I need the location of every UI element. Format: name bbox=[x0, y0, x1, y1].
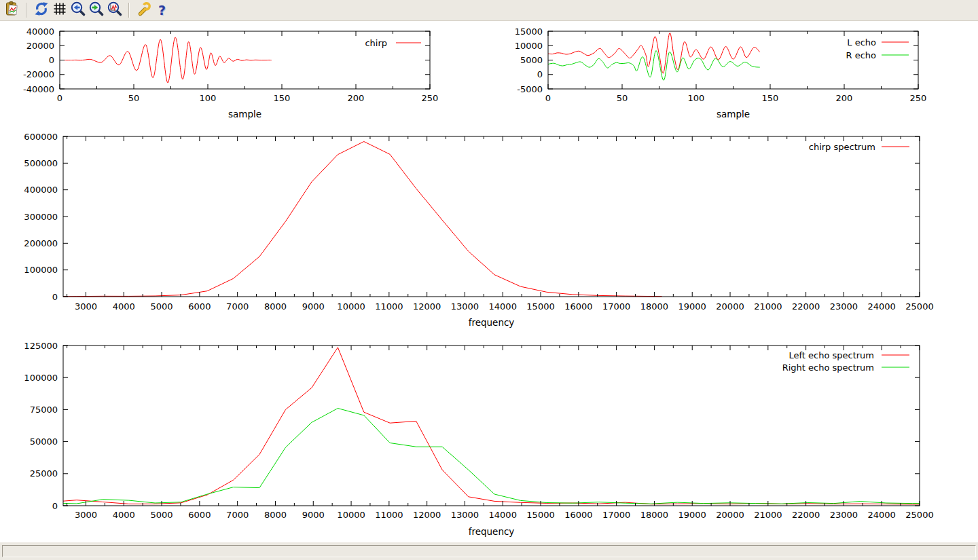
replot-button[interactable] bbox=[32, 1, 50, 19]
legend-label: chirp bbox=[365, 38, 387, 48]
y-tick-label: -5000 bbox=[517, 84, 543, 94]
series-r-echo bbox=[548, 50, 760, 80]
x-tick-label: 14000 bbox=[489, 301, 517, 312]
x-tick-label: 20000 bbox=[716, 301, 744, 312]
x-tick-label: 9000 bbox=[302, 510, 325, 520]
x-tick-label: 6000 bbox=[188, 301, 211, 312]
legend-label: Right echo spectrum bbox=[782, 362, 874, 373]
x-tick-label: 6000 bbox=[188, 510, 211, 520]
y-tick-label: -20000 bbox=[23, 69, 54, 79]
y-tick-label: 400000 bbox=[24, 185, 58, 195]
x-axis-title: sample bbox=[717, 109, 750, 119]
x-tick-label: 5000 bbox=[151, 301, 173, 312]
y-tick-label: 75000 bbox=[30, 405, 58, 415]
x-tick-label: 13000 bbox=[451, 510, 479, 520]
legend-label: chirp spectrum bbox=[809, 142, 875, 152]
legend-label: R echo bbox=[846, 50, 876, 60]
plot-chirp-spectrum[interactable]: 3000400050006000700080009000100001100012… bbox=[24, 132, 933, 329]
toolbar-separator bbox=[128, 3, 130, 18]
help-button[interactable]: ? bbox=[153, 1, 171, 19]
x-tick-label: 22000 bbox=[792, 301, 820, 312]
plot-echo-spectra[interactable]: 3000400050006000700080009000100001100012… bbox=[24, 341, 933, 538]
y-tick-label: 50000 bbox=[30, 436, 58, 447]
x-tick-label: 17000 bbox=[602, 301, 630, 312]
x-tick-label: 3000 bbox=[75, 510, 97, 520]
y-tick-label: 10000 bbox=[515, 41, 543, 51]
y-tick-label: 40000 bbox=[26, 26, 54, 37]
x-tick-label: 22000 bbox=[792, 510, 820, 520]
x-tick-label: 150 bbox=[274, 93, 291, 103]
x-tick-label: 7000 bbox=[226, 301, 249, 312]
x-tick-label: 16000 bbox=[564, 510, 592, 520]
legend-label: L echo bbox=[847, 37, 876, 48]
zoom-previous-icon bbox=[70, 1, 86, 20]
plot-canvas[interactable]: 050100150200250-40000-2000002000040000sa… bbox=[0, 21, 978, 542]
x-tick-label: 100 bbox=[200, 93, 217, 103]
x-tick-label: 8000 bbox=[264, 510, 287, 520]
help-icon: ? bbox=[158, 3, 166, 18]
y-tick-label: 25000 bbox=[30, 468, 58, 479]
y-tick-label: 0 bbox=[52, 501, 58, 511]
plot-border bbox=[63, 136, 920, 297]
x-tick-label: 18000 bbox=[640, 301, 668, 312]
x-tick-label: 16000 bbox=[564, 301, 592, 312]
x-axis-title: sample bbox=[228, 109, 261, 119]
plot-chirp-waveform[interactable]: 050100150200250-40000-2000002000040000sa… bbox=[23, 26, 438, 120]
x-tick-label: 21000 bbox=[754, 301, 782, 312]
plots-svg[interactable]: 050100150200250-40000-2000002000040000sa… bbox=[0, 21, 978, 542]
x-tick-label: 50 bbox=[617, 93, 628, 103]
status-bar bbox=[0, 542, 978, 560]
autoscale-button[interactable] bbox=[105, 1, 124, 19]
series-right-echo-spectrum bbox=[63, 409, 920, 504]
x-tick-label: 10000 bbox=[337, 301, 365, 312]
replot-icon bbox=[33, 1, 50, 20]
y-tick-label: 200000 bbox=[24, 238, 58, 248]
y-tick-label: 100000 bbox=[24, 265, 58, 275]
x-tick-label: 9000 bbox=[302, 301, 325, 312]
x-tick-label: 8000 bbox=[264, 301, 287, 312]
x-axis-title: frequency bbox=[469, 317, 515, 328]
x-tick-label: 50 bbox=[128, 93, 140, 103]
zoom-previous-button[interactable] bbox=[69, 1, 87, 19]
x-tick-label: 12000 bbox=[413, 301, 441, 312]
x-tick-label: 24000 bbox=[868, 510, 896, 520]
x-tick-label: 20000 bbox=[716, 510, 744, 520]
x-tick-label: 17000 bbox=[602, 510, 630, 520]
x-tick-label: 11000 bbox=[375, 301, 403, 312]
x-tick-label: 25000 bbox=[905, 301, 933, 312]
y-tick-label: 300000 bbox=[24, 212, 58, 222]
x-tick-label: 25000 bbox=[905, 510, 933, 520]
y-tick-label: 20000 bbox=[26, 41, 54, 51]
copy-plot-button[interactable] bbox=[3, 1, 21, 19]
zoom-next-button[interactable] bbox=[87, 1, 105, 19]
toolbar: ? bbox=[0, 0, 978, 21]
series-l-echo bbox=[548, 33, 760, 73]
legend-label: Left echo spectrum bbox=[789, 350, 874, 360]
zoom-next-icon bbox=[88, 1, 105, 20]
y-tick-label: 600000 bbox=[24, 132, 58, 142]
x-tick-label: 23000 bbox=[830, 301, 858, 312]
grid-button[interactable] bbox=[50, 1, 69, 19]
x-tick-label: 21000 bbox=[754, 510, 782, 520]
x-tick-label: 3000 bbox=[75, 301, 97, 312]
x-tick-label: 19000 bbox=[678, 510, 706, 520]
y-tick-label: -40000 bbox=[23, 84, 54, 94]
x-tick-label: 4000 bbox=[113, 301, 135, 312]
configure-button[interactable] bbox=[134, 1, 153, 19]
y-tick-label: 15000 bbox=[515, 26, 543, 37]
x-tick-label: 15000 bbox=[526, 510, 554, 520]
y-tick-label: 100000 bbox=[24, 373, 58, 383]
y-tick-label: 500000 bbox=[24, 158, 58, 168]
y-tick-label: 0 bbox=[49, 55, 54, 65]
toolbar-separator bbox=[26, 3, 27, 18]
configure-icon bbox=[136, 1, 152, 20]
x-tick-label: 4000 bbox=[113, 510, 135, 520]
y-tick-label: 125000 bbox=[24, 341, 58, 351]
grid-icon bbox=[52, 1, 68, 20]
x-tick-label: 23000 bbox=[830, 510, 858, 520]
x-tick-label: 5000 bbox=[151, 510, 173, 520]
x-tick-label: 15000 bbox=[526, 301, 554, 312]
y-tick-label: 0 bbox=[537, 69, 543, 79]
plot-echo-waveforms[interactable]: 050100150200250-5000050001000015000sampl… bbox=[515, 26, 927, 120]
x-tick-label: 24000 bbox=[868, 301, 896, 312]
